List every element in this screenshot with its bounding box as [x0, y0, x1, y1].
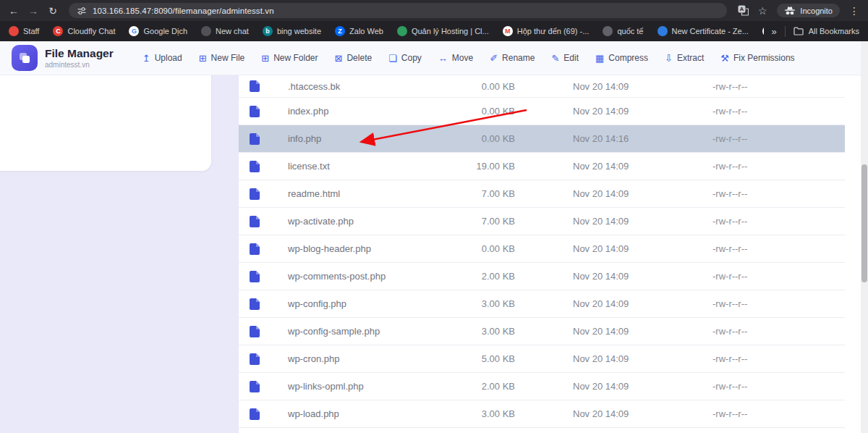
edit-button[interactable]: ✎ Edit: [551, 53, 579, 63]
file-modified: Nov 20 14:09: [573, 271, 712, 282]
move-icon: ↔: [438, 54, 448, 63]
new-file-button[interactable]: ⊞ New File: [199, 53, 245, 63]
table-row[interactable]: wp-comments-post.php 2.00 KB Nov 20 14:0…: [239, 263, 845, 290]
file-name: license.txt: [288, 161, 418, 172]
file-modified: Nov 20 14:09: [573, 188, 712, 199]
file-name: wp-config.php: [288, 298, 418, 309]
browser-toolbar: ← → ↻ 103.166.185.47:8090/filemanager/ad…: [0, 0, 868, 21]
file-modified: Nov 20 14:09: [573, 298, 712, 309]
file-size: 2.00 KB: [418, 271, 515, 282]
bookmark-new-certificate-ze[interactable]: New Certificate - Ze...: [658, 26, 749, 36]
forward-icon[interactable]: →: [25, 3, 41, 19]
domain-subtitle: admintesst.vn: [45, 61, 114, 69]
table-row[interactable]: wp-cron.php 5.00 KB Nov 20 14:09 -rw-r--…: [239, 345, 845, 373]
table-row[interactable]: wp-config-sample.php 3.00 KB Nov 20 14:0…: [239, 318, 845, 345]
incognito-icon: [784, 6, 796, 15]
file-modified: Nov 20 14:09: [573, 161, 712, 172]
bookmarks-overflow-icon[interactable]: »: [771, 26, 776, 37]
file-size: 7.00 KB: [418, 188, 515, 199]
table-row[interactable]: wp-links-opml.php 2.00 KB Nov 20 14:09 -…: [239, 373, 845, 400]
toolbar-button-label: Delete: [346, 53, 372, 63]
file-modified: Nov 20 14:09: [573, 216, 712, 227]
file-icon: [239, 271, 288, 282]
bookmark-qu-n-l-hosting-cl[interactable]: Quản lý Hosting | Cl...: [397, 26, 489, 36]
copy-icon: ❏: [388, 54, 397, 63]
file-manager-page: File Manager admintesst.vn ↥ Upload ⊞ Ne…: [0, 41, 868, 433]
new-folder-button[interactable]: ⊞ New Folder: [261, 53, 318, 63]
bookmark-favicon-icon: Z: [335, 26, 345, 36]
translate-icon[interactable]: A: [735, 3, 751, 19]
file-size: 0.00 KB: [418, 81, 515, 92]
bookmark-label: New chat: [216, 27, 249, 35]
file-icon: [239, 243, 288, 255]
move-button[interactable]: ↔ Move: [438, 53, 473, 63]
bookmark-bing-website[interactable]: b bing website: [263, 26, 321, 36]
bookmark-cloudfly-chat[interactable]: C Cloudfly Chat: [53, 26, 115, 36]
compress-button[interactable]: ▦ Compress: [595, 53, 648, 63]
bookmark-label: Zalo Web: [349, 27, 383, 35]
bookmark-new-chat[interactable]: New chat: [201, 26, 249, 36]
table-row[interactable]: wp-blog-header.php 0.00 KB Nov 20 14:09 …: [239, 235, 845, 263]
scrollbar-track[interactable]: [861, 41, 868, 433]
file-permissions: -rw-r--r--: [712, 326, 845, 337]
bookmark-google-d-ch[interactable]: G Google Dịch: [129, 26, 187, 36]
copy-button[interactable]: ❏ Copy: [388, 53, 422, 63]
bookmark-favicon-icon: [658, 26, 668, 36]
file-permissions: -rw-r--r--: [712, 408, 845, 419]
file-icon: [239, 326, 288, 337]
incognito-badge[interactable]: Incognito: [777, 4, 840, 17]
file-icon: [239, 408, 288, 420]
table-row[interactable]: wp-config.php 3.00 KB Nov 20 14:09 -rw-r…: [239, 290, 845, 318]
file-name: info.php: [288, 133, 418, 144]
bookmark-staff[interactable]: Staff: [9, 26, 39, 36]
bookmark-label: Google Dịch: [143, 27, 187, 35]
file-size: 3.00 KB: [418, 326, 515, 337]
all-bookmarks-button[interactable]: All Bookmarks: [793, 27, 859, 35]
delete-icon: ⊠: [335, 54, 343, 63]
file-name: wp-comments-post.php: [288, 271, 418, 282]
bookmark-label: Hộp thư đến (69) -...: [517, 27, 590, 35]
table-row[interactable]: license.txt 19.00 KB Nov 20 14:09 -rw-r-…: [239, 153, 845, 180]
delete-button[interactable]: ⊠ Delete: [335, 53, 373, 63]
table-row[interactable]: .htaccess.bk 0.00 KB Nov 20 14:09 -rw-r-…: [239, 75, 845, 98]
file-modified: Nov 20 14:09: [573, 243, 712, 254]
bookmark-qu-c-t[interactable]: quốc tế: [603, 26, 643, 36]
compress-icon: ▦: [595, 54, 604, 63]
fix-permissions-button[interactable]: ⚒ Fix Permissions: [720, 53, 794, 63]
bookmark-favicon-icon: M: [503, 26, 513, 36]
file-name: .htaccess.bk: [288, 81, 418, 92]
file-icon: [239, 133, 288, 145]
table-row[interactable]: wp-activate.php 7.00 KB Nov 20 14:09 -rw…: [239, 208, 845, 235]
file-permissions: -rw-r--r--: [712, 216, 845, 227]
table-row[interactable]: wp-load.php 3.00 KB Nov 20 14:09 -rw-r--…: [239, 400, 845, 428]
file-permissions: -rw-r--r--: [712, 243, 845, 254]
file-size: 2.00 KB: [418, 381, 515, 392]
toolbar-button-label: Move: [452, 53, 473, 63]
bookmark-zalo-web[interactable]: Z Zalo Web: [335, 26, 383, 36]
title-block: File Manager admintesst.vn: [45, 47, 114, 69]
address-bar[interactable]: 103.166.185.47:8090/filemanager/admintes…: [69, 3, 727, 18]
sidebar-tree-panel: [0, 75, 212, 172]
file-icon: [239, 353, 288, 365]
scrollbar-thumb[interactable]: [861, 164, 867, 282]
toolbar-button-label: Rename: [502, 53, 535, 63]
bookmark-h-p-th-n-69[interactable]: M Hộp thư đến (69) -...: [503, 26, 590, 36]
url-text: 103.166.185.47:8090/filemanager/admintes…: [93, 7, 274, 15]
table-row[interactable]: index.php 0.00 KB Nov 20 14:09 -rw-r--r-…: [239, 98, 845, 125]
file-name: wp-cron.php: [288, 353, 418, 364]
table-row[interactable]: readme.html 7.00 KB Nov 20 14:09 -rw-r--…: [239, 180, 845, 208]
browser-menu-icon[interactable]: ⋮: [846, 3, 862, 19]
upload-button[interactable]: ↥ Upload: [142, 53, 182, 63]
file-modified: Nov 20 14:09: [573, 408, 712, 419]
table-row[interactable]: info.php 0.00 KB Nov 20 14:16 -rw-r--r--: [239, 125, 845, 153]
site-settings-icon[interactable]: [77, 6, 87, 16]
file-modified: Nov 20 14:16: [573, 133, 712, 144]
file-size: 3.00 KB: [418, 298, 515, 309]
file-name: index.php: [288, 106, 418, 117]
bookmark-star-icon[interactable]: ☆: [754, 3, 770, 19]
reload-icon[interactable]: ↻: [45, 3, 61, 19]
extract-button[interactable]: ⇩ Extract: [665, 53, 704, 63]
file-size: 7.00 KB: [418, 216, 515, 227]
back-icon[interactable]: ←: [6, 3, 22, 19]
rename-button[interactable]: ✐ Rename: [490, 53, 535, 63]
